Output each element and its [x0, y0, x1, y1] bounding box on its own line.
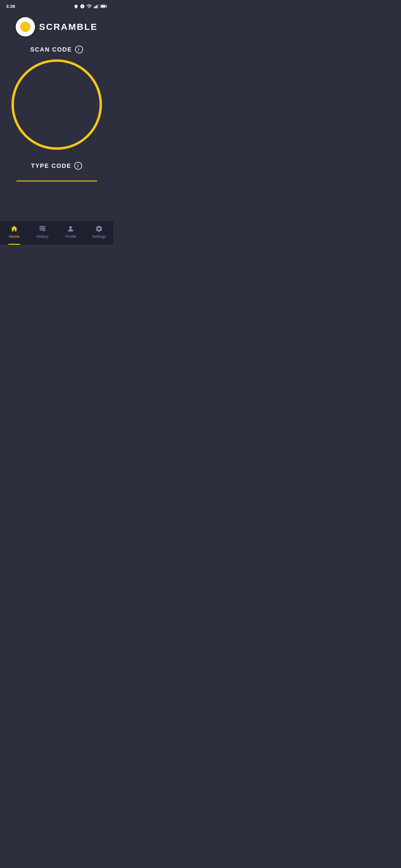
type-code-label: TYPE CODE	[31, 162, 71, 169]
svg-rect-9	[106, 5, 107, 7]
svg-point-3	[89, 8, 90, 8]
nav-label-history: History	[36, 234, 48, 239]
svg-rect-10	[101, 5, 105, 7]
svg-rect-11	[39, 226, 46, 227]
app-header: SCRAMBLE	[16, 17, 98, 36]
nav-label-home: Home	[9, 234, 20, 239]
status-icons	[74, 4, 107, 9]
type-code-info-button[interactable]: i	[74, 162, 82, 170]
nav-item-home[interactable]: Home	[0, 224, 28, 239]
svg-rect-12	[39, 228, 46, 229]
bottom-navigation: Home History Profile	[0, 221, 113, 245]
signal-icon	[94, 4, 99, 8]
svg-rect-6	[96, 5, 97, 8]
type-code-label-group: TYPE CODE i	[31, 162, 82, 170]
app-logo	[16, 17, 35, 36]
logo-yolk	[20, 22, 30, 32]
svg-point-2	[83, 5, 83, 6]
svg-rect-4	[94, 7, 95, 8]
status-time: 3:38	[6, 4, 15, 9]
scanner-circle[interactable]	[11, 59, 102, 150]
wifi-icon	[87, 4, 92, 8]
svg-point-1	[82, 5, 82, 6]
settings-icon	[95, 224, 103, 233]
nav-active-indicator	[8, 244, 20, 245]
history-icon	[38, 224, 47, 233]
svg-rect-7	[97, 4, 98, 8]
profile-icon	[66, 224, 75, 233]
nav-item-history[interactable]: History	[28, 224, 57, 239]
status-bar: 3:38	[0, 0, 113, 11]
scan-code-section: SCAN CODE i	[30, 45, 83, 53]
face-icon	[80, 4, 85, 9]
nav-item-settings[interactable]: Settings	[85, 224, 113, 239]
svg-point-16	[69, 226, 72, 229]
shield-icon	[74, 4, 78, 9]
nav-label-profile: Profile	[65, 234, 76, 239]
battery-icon	[101, 4, 107, 8]
home-icon	[10, 224, 19, 233]
svg-point-0	[80, 4, 84, 8]
code-input-underline[interactable]	[16, 181, 97, 181]
main-content: SCAN CODE i TYPE CODE i	[0, 45, 113, 221]
scan-code-label: SCAN CODE	[30, 46, 72, 53]
type-code-section: TYPE CODE i	[6, 162, 107, 181]
nav-item-profile[interactable]: Profile	[57, 224, 85, 239]
svg-rect-15	[43, 230, 46, 230]
scan-code-info-button[interactable]: i	[75, 45, 83, 53]
svg-rect-5	[95, 6, 96, 8]
app-title: SCRAMBLE	[39, 22, 98, 32]
nav-label-settings: Settings	[92, 234, 106, 239]
